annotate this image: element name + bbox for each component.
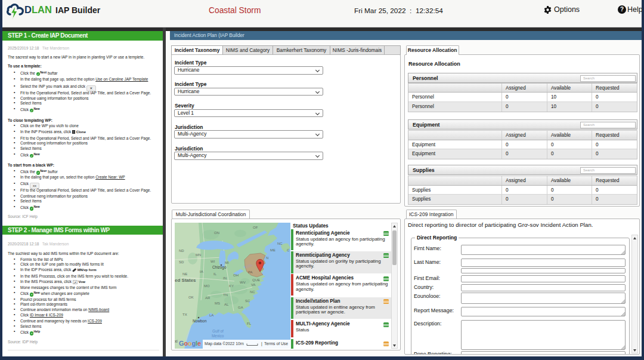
svg-text:NC: NC	[250, 290, 255, 294]
svg-text:QUE: QUE	[252, 278, 260, 282]
svg-text:LA: LA	[209, 313, 213, 317]
svg-text:OF: OF	[253, 226, 258, 229]
svg-text:AL: AL	[224, 303, 229, 306]
svg-text:Gulf of: Gulf of	[212, 329, 224, 333]
svg-text:ed States: ed States	[175, 278, 196, 283]
svg-text:MN: MN	[196, 253, 201, 257]
svg-text:ME: ME	[270, 248, 275, 252]
svg-text:KY: KY	[229, 284, 234, 288]
svg-text:NC: NC	[277, 242, 283, 245]
svg-text:IN: IN	[223, 276, 227, 280]
svg-text:SC: SC	[245, 299, 250, 303]
svg-text:xi: xi	[175, 339, 178, 343]
svg-text:G: G	[179, 340, 184, 347]
svg-text:WI: WI	[210, 260, 215, 263]
svg-text:e: e	[197, 340, 201, 347]
svg-text:Map data ©2022 10rn: Map data ©2022 10rn	[205, 341, 244, 346]
svg-text:OK: OK	[188, 296, 194, 299]
svg-text:FL: FL	[247, 322, 252, 325]
svg-text:NE: NE	[182, 272, 187, 276]
svg-text:TX: TX	[182, 313, 187, 316]
svg-text:|: |	[261, 341, 262, 346]
svg-text:Mexico: Mexico	[212, 334, 224, 338]
svg-text:ND: ND	[179, 249, 184, 253]
svg-text:MI: MI	[225, 261, 229, 264]
svg-text:Nowbon: Nowbon	[193, 319, 207, 323]
svg-text:TN: TN	[223, 293, 228, 297]
svg-text:N: N	[266, 256, 268, 260]
svg-text:Terms of Use: Terms of Use	[264, 341, 288, 346]
svg-text:SD: SD	[179, 260, 184, 264]
svg-text:AR: AR	[205, 296, 210, 300]
svg-text:VA: VA	[251, 283, 256, 287]
svg-text:C: C	[287, 248, 290, 252]
svg-text:GA: GA	[238, 306, 243, 309]
svg-text:ON: ON	[214, 231, 219, 235]
svg-text:IL: IL	[213, 272, 217, 276]
svg-text:MO: MO	[204, 284, 210, 288]
svg-text:OH: OH	[233, 273, 239, 277]
svg-text:Chizogo: Chizogo	[212, 265, 227, 270]
svg-text:g: g	[192, 340, 196, 347]
svg-text:MS: MS	[215, 301, 220, 305]
svg-text:PA: PA	[248, 270, 253, 274]
svg-text:WV: WV	[240, 281, 246, 284]
svg-text:IA: IA	[200, 270, 203, 273]
